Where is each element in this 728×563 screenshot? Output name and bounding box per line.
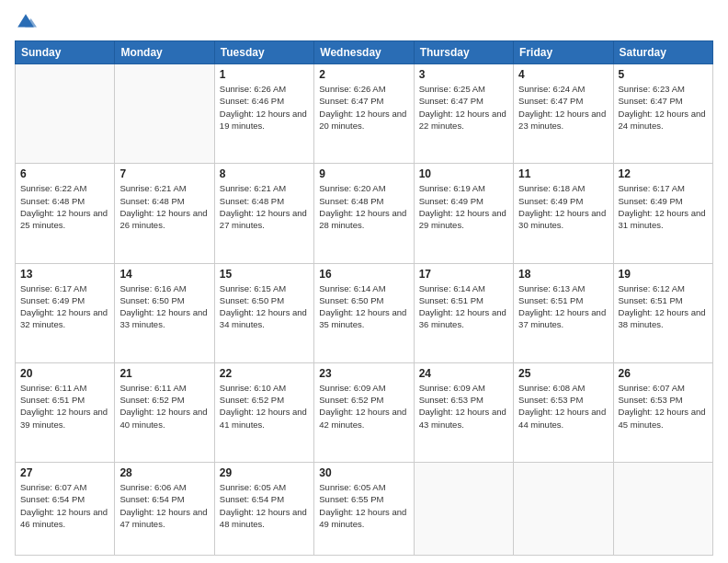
day-info: Sunrise: 6:26 AMSunset: 6:47 PMDaylight:… <box>319 83 408 132</box>
week-row-4: 20Sunrise: 6:11 AMSunset: 6:51 PMDayligh… <box>16 362 713 462</box>
calendar-cell: 30Sunrise: 6:05 AMSunset: 6:55 PMDayligh… <box>314 463 414 556</box>
day-info: Sunrise: 6:17 AMSunset: 6:49 PMDaylight:… <box>20 282 109 331</box>
calendar-cell: 4Sunrise: 6:24 AMSunset: 6:47 PMDaylight… <box>514 64 613 164</box>
calendar-cell: 28Sunrise: 6:06 AMSunset: 6:54 PMDayligh… <box>115 463 214 556</box>
day-number: 20 <box>20 367 109 380</box>
calendar-cell: 7Sunrise: 6:21 AMSunset: 6:48 PMDaylight… <box>115 164 214 263</box>
day-number: 1 <box>220 68 309 81</box>
day-number: 18 <box>518 268 608 281</box>
logo <box>15 11 40 33</box>
calendar-cell: 5Sunrise: 6:23 AMSunset: 6:47 PMDaylight… <box>613 64 712 164</box>
calendar-cell: 18Sunrise: 6:13 AMSunset: 6:51 PMDayligh… <box>514 263 613 362</box>
calendar-cell: 15Sunrise: 6:15 AMSunset: 6:50 PMDayligh… <box>214 263 313 362</box>
day-info: Sunrise: 6:20 AMSunset: 6:48 PMDaylight:… <box>319 182 408 231</box>
day-number: 28 <box>119 466 209 479</box>
day-number: 8 <box>220 167 309 180</box>
calendar-cell: 22Sunrise: 6:10 AMSunset: 6:52 PMDayligh… <box>214 362 313 462</box>
day-info: Sunrise: 6:18 AMSunset: 6:49 PMDaylight:… <box>518 182 608 231</box>
day-number: 17 <box>419 268 508 281</box>
day-number: 11 <box>518 167 608 180</box>
day-number: 6 <box>20 167 109 180</box>
calendar: SundayMondayTuesdayWednesdayThursdayFrid… <box>15 40 713 556</box>
page: SundayMondayTuesdayWednesdayThursdayFrid… <box>0 0 728 563</box>
day-number: 3 <box>419 68 508 81</box>
day-info: Sunrise: 6:07 AMSunset: 6:53 PMDaylight:… <box>619 382 708 431</box>
weekday-header-sunday: Sunday <box>16 41 115 64</box>
calendar-cell: 10Sunrise: 6:19 AMSunset: 6:49 PMDayligh… <box>414 164 513 263</box>
calendar-cell: 2Sunrise: 6:26 AMSunset: 6:47 PMDaylight… <box>314 64 414 164</box>
calendar-cell: 19Sunrise: 6:12 AMSunset: 6:51 PMDayligh… <box>613 263 712 362</box>
calendar-cell: 17Sunrise: 6:14 AMSunset: 6:51 PMDayligh… <box>414 263 513 362</box>
calendar-cell: 9Sunrise: 6:20 AMSunset: 6:48 PMDaylight… <box>314 164 414 263</box>
day-number: 7 <box>119 167 209 180</box>
weekday-header-monday: Monday <box>115 41 214 64</box>
calendar-cell: 20Sunrise: 6:11 AMSunset: 6:51 PMDayligh… <box>16 362 115 462</box>
day-number: 4 <box>518 68 608 81</box>
day-info: Sunrise: 6:11 AMSunset: 6:51 PMDaylight:… <box>20 382 109 431</box>
day-number: 22 <box>220 367 309 380</box>
calendar-cell: 8Sunrise: 6:21 AMSunset: 6:48 PMDaylight… <box>214 164 313 263</box>
day-number: 15 <box>220 268 309 281</box>
day-info: Sunrise: 6:08 AMSunset: 6:53 PMDaylight:… <box>518 382 608 431</box>
weekday-header-tuesday: Tuesday <box>214 41 313 64</box>
day-info: Sunrise: 6:11 AMSunset: 6:52 PMDaylight:… <box>119 382 209 431</box>
day-number: 26 <box>619 367 708 380</box>
day-info: Sunrise: 6:25 AMSunset: 6:47 PMDaylight:… <box>419 83 508 132</box>
day-info: Sunrise: 6:22 AMSunset: 6:48 PMDaylight:… <box>20 182 109 231</box>
calendar-cell: 27Sunrise: 6:07 AMSunset: 6:54 PMDayligh… <box>16 463 115 556</box>
day-number: 14 <box>119 268 209 281</box>
logo-icon <box>15 11 37 33</box>
calendar-cell: 12Sunrise: 6:17 AMSunset: 6:49 PMDayligh… <box>613 164 712 263</box>
day-info: Sunrise: 6:15 AMSunset: 6:50 PMDaylight:… <box>220 282 309 331</box>
weekday-header-saturday: Saturday <box>613 41 712 64</box>
day-number: 25 <box>518 367 608 380</box>
day-info: Sunrise: 6:13 AMSunset: 6:51 PMDaylight:… <box>518 282 608 331</box>
week-row-2: 6Sunrise: 6:22 AMSunset: 6:48 PMDaylight… <box>16 164 713 263</box>
day-info: Sunrise: 6:16 AMSunset: 6:50 PMDaylight:… <box>119 282 209 331</box>
day-number: 16 <box>319 268 408 281</box>
calendar-cell <box>16 64 115 164</box>
calendar-cell: 11Sunrise: 6:18 AMSunset: 6:49 PMDayligh… <box>514 164 613 263</box>
calendar-cell: 16Sunrise: 6:14 AMSunset: 6:50 PMDayligh… <box>314 263 414 362</box>
day-number: 12 <box>619 167 708 180</box>
calendar-cell: 23Sunrise: 6:09 AMSunset: 6:52 PMDayligh… <box>314 362 414 462</box>
weekday-header-row: SundayMondayTuesdayWednesdayThursdayFrid… <box>16 41 713 64</box>
day-info: Sunrise: 6:21 AMSunset: 6:48 PMDaylight:… <box>220 182 309 231</box>
weekday-header-wednesday: Wednesday <box>314 41 414 64</box>
calendar-cell: 13Sunrise: 6:17 AMSunset: 6:49 PMDayligh… <box>16 263 115 362</box>
day-info: Sunrise: 6:14 AMSunset: 6:51 PMDaylight:… <box>419 282 508 331</box>
day-info: Sunrise: 6:21 AMSunset: 6:48 PMDaylight:… <box>119 182 209 231</box>
day-number: 13 <box>20 268 109 281</box>
day-info: Sunrise: 6:10 AMSunset: 6:52 PMDaylight:… <box>220 382 309 431</box>
calendar-cell <box>115 64 214 164</box>
day-number: 19 <box>619 268 708 281</box>
header <box>15 11 713 33</box>
day-info: Sunrise: 6:14 AMSunset: 6:50 PMDaylight:… <box>319 282 408 331</box>
day-info: Sunrise: 6:23 AMSunset: 6:47 PMDaylight:… <box>619 83 708 132</box>
weekday-header-friday: Friday <box>514 41 613 64</box>
calendar-cell: 29Sunrise: 6:05 AMSunset: 6:54 PMDayligh… <box>214 463 313 556</box>
week-row-5: 27Sunrise: 6:07 AMSunset: 6:54 PMDayligh… <box>16 463 713 556</box>
week-row-1: 1Sunrise: 6:26 AMSunset: 6:46 PMDaylight… <box>16 64 713 164</box>
calendar-cell: 6Sunrise: 6:22 AMSunset: 6:48 PMDaylight… <box>16 164 115 263</box>
day-info: Sunrise: 6:09 AMSunset: 6:53 PMDaylight:… <box>419 382 508 431</box>
day-info: Sunrise: 6:05 AMSunset: 6:54 PMDaylight:… <box>220 481 309 530</box>
day-number: 10 <box>419 167 508 180</box>
day-number: 9 <box>319 167 408 180</box>
day-number: 24 <box>419 367 508 380</box>
day-info: Sunrise: 6:09 AMSunset: 6:52 PMDaylight:… <box>319 382 408 431</box>
day-info: Sunrise: 6:17 AMSunset: 6:49 PMDaylight:… <box>619 182 708 231</box>
day-number: 29 <box>220 466 309 479</box>
day-number: 21 <box>119 367 209 380</box>
day-info: Sunrise: 6:24 AMSunset: 6:47 PMDaylight:… <box>518 83 608 132</box>
day-info: Sunrise: 6:19 AMSunset: 6:49 PMDaylight:… <box>419 182 508 231</box>
day-info: Sunrise: 6:12 AMSunset: 6:51 PMDaylight:… <box>619 282 708 331</box>
day-info: Sunrise: 6:06 AMSunset: 6:54 PMDaylight:… <box>119 481 209 530</box>
calendar-cell: 24Sunrise: 6:09 AMSunset: 6:53 PMDayligh… <box>414 362 513 462</box>
calendar-cell: 1Sunrise: 6:26 AMSunset: 6:46 PMDaylight… <box>214 64 313 164</box>
weekday-header-thursday: Thursday <box>414 41 513 64</box>
calendar-cell: 21Sunrise: 6:11 AMSunset: 6:52 PMDayligh… <box>115 362 214 462</box>
day-number: 27 <box>20 466 109 479</box>
calendar-cell <box>514 463 613 556</box>
calendar-cell: 14Sunrise: 6:16 AMSunset: 6:50 PMDayligh… <box>115 263 214 362</box>
